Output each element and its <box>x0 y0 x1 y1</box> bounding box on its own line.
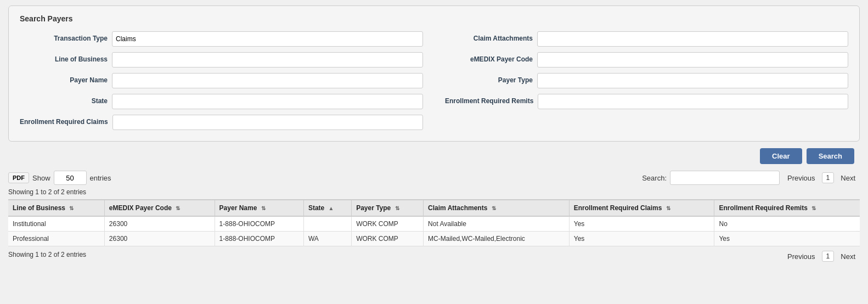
emedix-payer-code-label: eMEDIX Payer Code <box>445 55 533 64</box>
sort-icon-enroll-remits: ⇅ <box>811 205 816 211</box>
claim-attachments-label: Claim Attachments <box>445 35 533 43</box>
col-line-of-business[interactable]: Line of Business ⇅ <box>8 200 104 216</box>
page-wrapper: Search Payers Transaction Type Line of B… <box>0 0 868 267</box>
cell-line_of_business: Institutional <box>8 216 104 232</box>
line-of-business-input[interactable] <box>112 52 423 67</box>
form-row-enrollment-claims: Enrollment Required Claims <box>20 115 423 130</box>
form-row-payer-name: Payer Name <box>20 73 423 88</box>
page-number-top: 1 <box>822 172 835 183</box>
col-enrollment-required-claims[interactable]: Enrollment Required Claims ⇅ <box>569 200 714 216</box>
form-row-claim-attachments: Claim Attachments <box>445 31 848 47</box>
cell-state: WA <box>303 232 351 246</box>
next-button-top[interactable]: Next <box>836 173 860 183</box>
cell-payer_type: WORK COMP <box>352 216 424 232</box>
sort-icon-enroll-claims: ⇅ <box>666 205 670 211</box>
enrollment-remits-label: Enrollment Required Remits <box>445 97 533 106</box>
form-row-payer-type: Payer Type <box>445 73 848 88</box>
line-of-business-label: Line of Business <box>20 55 108 64</box>
state-label: State <box>20 97 108 106</box>
cell-claim_attachments: Not Available <box>424 216 570 232</box>
showing-text-top: Showing 1 to 2 of 2 entries <box>8 188 860 196</box>
table-controls-right: Search: Previous 1 Next <box>642 171 860 185</box>
cell-enrollment_required_claims: Yes <box>569 216 714 232</box>
form-row-transaction-type: Transaction Type <box>20 31 423 47</box>
table-search-label: Search: <box>642 174 667 182</box>
state-input[interactable] <box>112 94 423 109</box>
payer-type-label: Payer Type <box>445 76 533 85</box>
table-header-row: Line of Business ⇅ eMEDIX Payer Code ⇅ P… <box>8 200 860 216</box>
table-search-input[interactable] <box>670 171 780 185</box>
sort-icon-emedix: ⇅ <box>176 205 180 211</box>
pagination-top: Previous 1 Next <box>783 172 860 183</box>
pdf-button[interactable]: PDF <box>8 172 29 183</box>
transaction-type-label: Transaction Type <box>20 35 108 43</box>
table-controls-bottom: Showing 1 to 2 of 2 entries Previous 1 N… <box>8 251 860 262</box>
data-table: Line of Business ⇅ eMEDIX Payer Code ⇅ P… <box>8 199 860 246</box>
table-header: Line of Business ⇅ eMEDIX Payer Code ⇅ P… <box>8 200 860 216</box>
sort-icon-state: ▲ <box>329 205 334 211</box>
sort-icon-payer-name: ⇅ <box>261 205 266 211</box>
form-row-state: State <box>20 94 423 109</box>
emedix-payer-code-input[interactable] <box>537 52 848 67</box>
cell-enrollment_required_remits: No <box>714 216 860 232</box>
payer-name-label: Payer Name <box>20 76 108 85</box>
form-row-emedix-payer-code: eMEDIX Payer Code <box>445 52 848 67</box>
col-enrollment-required-remits[interactable]: Enrollment Required Remits ⇅ <box>714 200 860 216</box>
cell-emedix_payer_code: 26300 <box>104 232 215 246</box>
col-emedix-payer-code[interactable]: eMEDIX Payer Code ⇅ <box>104 200 215 216</box>
transaction-type-input[interactable] <box>112 31 423 47</box>
entries-label: entries <box>90 174 111 182</box>
cell-claim_attachments: MC-Mailed,WC-Mailed,Electronic <box>424 232 570 246</box>
table-row: Institutional263001-888-OHIOCOMPWORK COM… <box>8 216 860 232</box>
clear-button[interactable]: Clear <box>760 148 802 164</box>
button-row: Clear Search <box>8 148 860 164</box>
enrollment-remits-input[interactable] <box>538 94 848 109</box>
cell-enrollment_required_remits: Yes <box>714 232 860 246</box>
previous-button-top[interactable]: Previous <box>783 173 820 183</box>
search-button[interactable]: Search <box>807 148 854 164</box>
form-row-enrollment-remits: Enrollment Required Remits <box>445 94 848 109</box>
cell-line_of_business: Professional <box>8 232 104 246</box>
payer-name-input[interactable] <box>112 73 423 88</box>
cell-payer_type: WORK COMP <box>352 232 424 246</box>
form-column-left: Transaction Type Line of Business Payer … <box>20 31 423 130</box>
form-row-line-of-business: Line of Business <box>20 52 423 67</box>
search-panel: Search Payers Transaction Type Line of B… <box>8 5 860 142</box>
col-payer-type[interactable]: Payer Type ⇅ <box>352 200 424 216</box>
pagination-bottom: Previous 1 Next <box>783 251 860 262</box>
form-column-right: Claim Attachments eMEDIX Payer Code Paye… <box>445 31 848 130</box>
cell-emedix_payer_code: 26300 <box>104 216 215 232</box>
next-button-bottom[interactable]: Next <box>836 251 860 262</box>
cell-payer_name: 1-888-OHIOCOMP <box>215 216 303 232</box>
entries-input[interactable] <box>54 171 87 185</box>
col-payer-name[interactable]: Payer Name ⇅ <box>215 200 303 216</box>
col-state[interactable]: State ▲ <box>303 200 351 216</box>
table-row: Professional263001-888-OHIOCOMPWAWORK CO… <box>8 232 860 246</box>
sort-icon-lob: ⇅ <box>69 205 74 211</box>
showing-text-bottom: Showing 1 to 2 of 2 entries <box>8 251 86 258</box>
previous-button-bottom[interactable]: Previous <box>783 251 820 262</box>
page-number-bottom: 1 <box>822 251 835 262</box>
table-controls-left: PDF Show entries <box>8 171 111 185</box>
claim-attachments-input[interactable] <box>537 31 848 47</box>
enrollment-claims-input[interactable] <box>112 115 423 130</box>
table-controls-top: PDF Show entries Search: Previous 1 Next <box>8 171 860 185</box>
show-label: Show <box>32 174 50 182</box>
table-body: Institutional263001-888-OHIOCOMPWORK COM… <box>8 216 860 246</box>
cell-state <box>303 216 351 232</box>
sort-icon-claim-attach: ⇅ <box>492 205 496 211</box>
cell-enrollment_required_claims: Yes <box>569 232 714 246</box>
enrollment-claims-label: Enrollment Required Claims <box>20 118 108 127</box>
search-panel-title: Search Payers <box>20 14 848 23</box>
sort-icon-payer-type: ⇅ <box>395 205 399 211</box>
form-grid: Transaction Type Line of Business Payer … <box>20 31 848 130</box>
cell-payer_name: 1-888-OHIOCOMP <box>215 232 303 246</box>
col-claim-attachments[interactable]: Claim Attachments ⇅ <box>424 200 570 216</box>
payer-type-input[interactable] <box>537 73 848 88</box>
